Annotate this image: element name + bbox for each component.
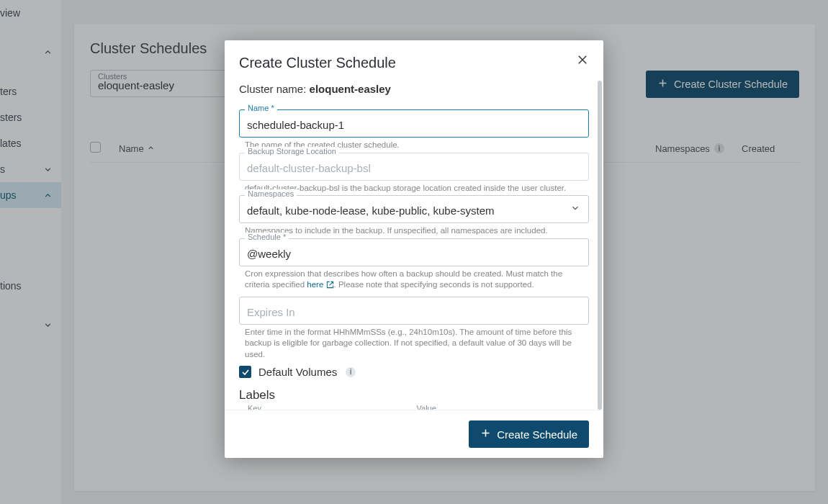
schedule-input[interactable] bbox=[239, 238, 589, 266]
chevron-down-icon bbox=[570, 203, 580, 216]
schedule-label: Schedule * bbox=[245, 233, 289, 241]
default-volumes-label: Default Volumes bbox=[258, 366, 337, 378]
cron-here-link[interactable]: here bbox=[307, 280, 333, 289]
cluster-name: eloquent-easley bbox=[310, 83, 391, 95]
modal-footer: Create Schedule bbox=[225, 410, 603, 458]
create-schedule-modal: Create Cluster Schedule Cluster name: el… bbox=[225, 40, 603, 458]
info-icon[interactable]: i bbox=[346, 367, 356, 377]
create-schedule-label: Create Schedule bbox=[497, 428, 577, 441]
modal-overlay: Create Cluster Schedule Cluster name: el… bbox=[0, 0, 828, 504]
close-icon[interactable] bbox=[576, 53, 589, 69]
bsl-input bbox=[239, 153, 589, 181]
name-label: Name * bbox=[245, 104, 277, 112]
namespaces-helper: Namespaces to include in the backup. If … bbox=[245, 225, 589, 237]
cluster-line: Cluster name: eloquent-easley bbox=[239, 83, 589, 95]
name-input[interactable] bbox=[239, 109, 589, 138]
expires-helper: Enter time in the format HHhMMmSSs (e.g.… bbox=[245, 327, 589, 361]
scrollbar[interactable] bbox=[598, 81, 602, 410]
schedule-helper: Cron expression that describes how often… bbox=[245, 269, 589, 291]
bsl-label: Backup Storage Location bbox=[245, 147, 339, 156]
default-volumes-checkbox[interactable]: Default Volumes i bbox=[239, 366, 589, 378]
labels-heading: Labels bbox=[239, 388, 589, 402]
checkbox-checked-icon bbox=[239, 366, 251, 378]
label-key-label: Key bbox=[245, 404, 264, 410]
create-schedule-button[interactable]: Create Schedule bbox=[469, 420, 589, 448]
modal-title: Create Cluster Schedule bbox=[239, 55, 589, 71]
label-value-label: Value bbox=[414, 404, 439, 410]
plus-icon bbox=[480, 428, 491, 441]
namespaces-label: Namespaces bbox=[245, 189, 297, 198]
namespaces-input[interactable] bbox=[239, 195, 589, 223]
expires-input[interactable] bbox=[239, 297, 589, 325]
